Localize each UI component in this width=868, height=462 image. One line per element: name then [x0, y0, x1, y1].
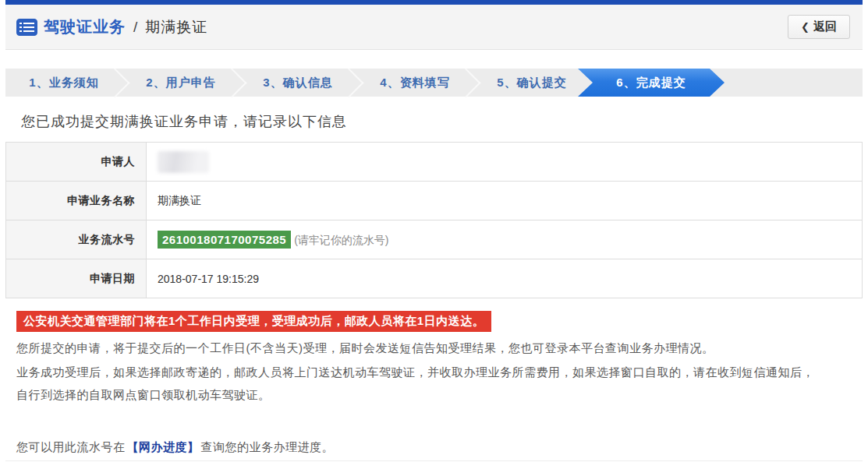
back-button-label: 返回: [813, 19, 837, 34]
step-1-business-notice[interactable]: 1、业务须知: [5, 69, 122, 97]
step-label: 3、确认信息: [263, 76, 332, 90]
chevron-left-icon: ❮: [801, 21, 810, 33]
step-2-user-declaration[interactable]: 2、用户申告: [122, 69, 239, 97]
row-label-serial-number: 业务流水号: [6, 220, 147, 259]
footer-prefix: 您可以用此流水号在: [16, 440, 126, 453]
row-value-serial-number: 261001807170075285(请牢记你的流水号): [147, 220, 863, 259]
page-title-primary: 驾驶证业务: [44, 16, 126, 37]
back-button[interactable]: ❮ 返回: [788, 15, 850, 39]
serial-number-note: (请牢记你的流水号): [294, 234, 388, 246]
info-table: 申请人 申请业务名称 期满换证 业务流水号 261001807170075285…: [5, 142, 863, 298]
breadcrumb: 驾驶证业务 / 期满换证: [16, 16, 207, 37]
table-row-business-name: 申请业务名称 期满换证: [6, 182, 863, 220]
row-value-applicant: [147, 143, 863, 182]
alert-banner: 公安机关交通管理部门将在1个工作日内受理，受理成功后，邮政人员将在1日内送达。: [16, 311, 491, 332]
page-title-secondary: 期满换证: [145, 17, 207, 37]
notice-paragraph-3: 自行到选择的自取网点窗口领取机动车驾驶证。: [16, 383, 852, 406]
table-row-apply-date: 申请日期 2018-07-17 19:15:29: [6, 259, 863, 298]
progress-link[interactable]: 【网办进度】: [127, 440, 200, 453]
step-progress-bar: 1、业务须知 2、用户申告 3、确认信息 4、资料填写 5、确认提交 6、完成提…: [5, 69, 863, 97]
table-row-serial-number: 业务流水号 261001807170075285(请牢记你的流水号): [6, 220, 863, 259]
step-label: 4、资料填写: [380, 76, 449, 90]
row-value-apply-date: 2018-07-17 19:15:29: [147, 259, 863, 298]
footer-progress-line: 您可以用此流水号在【网办进度】查询您的业务办理进度。: [16, 440, 852, 455]
step-4-fill-materials[interactable]: 4、资料填写: [356, 69, 473, 97]
page-header: 驾驶证业务 / 期满换证 ❮ 返回: [5, 5, 863, 50]
step-label: 1、业务须知: [29, 76, 98, 90]
notice-paragraph-2: 业务成功受理后，如果选择邮政寄递的，邮政人员将上门送达机动车驾驶证，并收取办理业…: [16, 361, 852, 383]
redacted-applicant-name: [158, 151, 209, 173]
row-label-apply-date: 申请日期: [6, 259, 147, 298]
table-row-applicant: 申请人: [6, 143, 863, 182]
step-label: 5、确认提交: [497, 76, 566, 90]
row-value-business-name: 期满换证: [147, 182, 863, 220]
list-icon: [16, 19, 37, 36]
step-label: 6、完成提交: [616, 76, 686, 90]
row-label-business-name: 申请业务名称: [6, 182, 147, 220]
notice-paragraph-1: 您所提交的申请，将于提交后的一个工作日(不含当天)受理，届时会发送短信告知受理结…: [16, 337, 852, 359]
breadcrumb-separator: /: [133, 19, 137, 36]
step-6-complete-submit[interactable]: 6、完成提交: [578, 69, 725, 97]
step-label: 2、用户申告: [146, 76, 215, 90]
row-label-applicant: 申请人: [6, 143, 147, 182]
step-3-confirm-info[interactable]: 3、确认信息: [239, 69, 356, 97]
page-container: 驾驶证业务 / 期满换证 ❮ 返回 1、业务须知 2、用户申告 3、确认信息 4…: [5, 0, 863, 461]
success-message: 您已成功提交期满换证业务申请，请记录以下信息: [21, 112, 863, 131]
footer-suffix: 查询您的业务办理进度。: [201, 440, 335, 453]
step-5-confirm-submit[interactable]: 5、确认提交: [473, 69, 590, 97]
serial-number-badge: 261001807170075285: [158, 231, 291, 249]
